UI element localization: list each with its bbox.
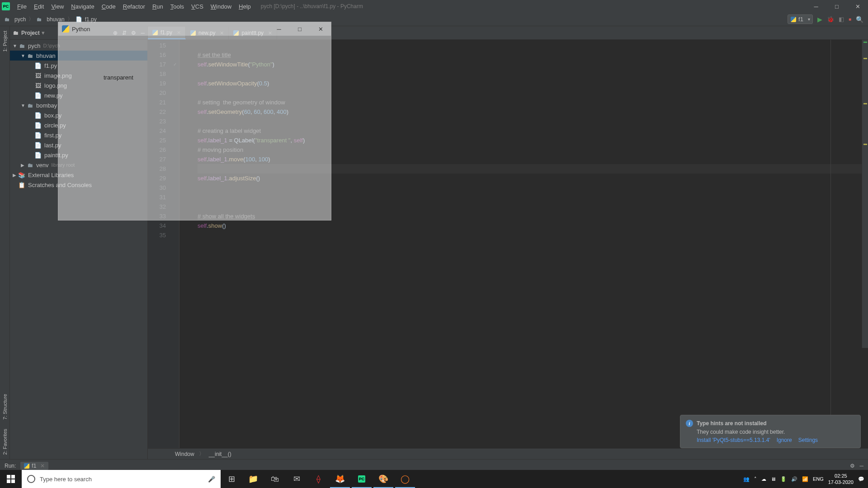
menu-refactor[interactable]: Refactor — [119, 3, 149, 10]
close-tab-icon[interactable]: ✕ — [40, 463, 45, 469]
python-icon — [24, 463, 29, 469]
python-app-window[interactable]: Python ─ □ ✕ transparent — [58, 22, 331, 221]
store-icon[interactable]: 🛍 — [264, 470, 286, 488]
info-icon: i — [686, 420, 693, 427]
search-everywhere-button[interactable]: 🔍 — [856, 16, 863, 23]
run-tab[interactable]: f1 — [32, 463, 36, 469]
windows-taskbar: Type here to search 🎤 ⊞ 📁 🛍 ✉ ⟠ 🦊 PC 🎨 ◯… — [0, 470, 868, 488]
taskbar-search[interactable]: Type here to search 🎤 — [22, 470, 221, 488]
settings-icon[interactable]: ⚙ — [850, 463, 855, 469]
menu-vcs[interactable]: VCS — [188, 3, 207, 10]
error-stripe[interactable] — [862, 40, 868, 348]
menu-tools[interactable]: Tools — [167, 3, 188, 10]
python-window-title: Python — [72, 26, 90, 33]
notification-title: Type hints are not installed — [697, 420, 766, 427]
right-margin-ruler — [830, 40, 831, 448]
maximize-button[interactable]: □ — [826, 0, 847, 13]
predator-icon[interactable]: ⟠ — [307, 470, 329, 488]
onedrive-icon[interactable]: ☁ — [761, 476, 766, 482]
menu-edit[interactable]: Edit — [30, 3, 47, 10]
minimize-button[interactable]: ─ — [806, 0, 826, 13]
menu-code[interactable]: Code — [98, 3, 119, 10]
run-label: Run: — [5, 463, 16, 469]
menu-file[interactable]: File — [14, 3, 30, 10]
wifi-icon[interactable]: 📶 — [802, 476, 808, 482]
structure-tool-button[interactable]: 7: Structure — [2, 389, 8, 424]
left-tool-strip: 1: Project 7: Structure 2: Favorites — [0, 26, 10, 459]
python-icon — [791, 17, 796, 22]
qlabel-transparent: transparent — [104, 74, 133, 81]
ignore-link[interactable]: Ignore — [777, 437, 792, 443]
menu-navigate[interactable]: Navigate — [67, 3, 98, 10]
system-tray: 👥 ˄ ☁ 🖥 🔋 🔊 📶 ENG 02:25 17-03-2020 💬 — [743, 473, 868, 485]
firefox-icon[interactable]: 🦊 — [329, 470, 351, 488]
paint-icon[interactable]: 🎨 — [373, 470, 394, 488]
start-button[interactable] — [0, 470, 22, 488]
main-menu: FileEditViewNavigateCodeRefactorRunTools… — [14, 3, 255, 10]
pycharm-taskbar-icon[interactable]: PC — [351, 470, 373, 488]
notification-message: They could make code insight better. — [697, 429, 855, 435]
favorites-tool-button[interactable]: 2: Favorites — [2, 424, 8, 459]
close-button[interactable]: ✕ — [847, 0, 868, 13]
mail-icon[interactable]: ✉ — [286, 470, 307, 488]
hide-icon[interactable]: ─ — [859, 463, 863, 469]
menu-window[interactable]: Window — [207, 3, 235, 10]
settings-link[interactable]: Settings — [798, 437, 818, 443]
py-close-button[interactable]: ✕ — [310, 22, 331, 36]
volume-icon[interactable]: 🔊 — [791, 476, 797, 482]
pycharm-icon: PC — [2, 2, 10, 10]
py-maximize-button[interactable]: □ — [289, 22, 310, 36]
notifications-icon[interactable]: 💬 — [858, 476, 864, 482]
folder-icon: 🖿 — [13, 29, 19, 36]
clock[interactable]: 02:25 17-03-2020 — [828, 473, 854, 485]
cortana-icon — [27, 475, 35, 483]
run-configuration-selector[interactable]: f1 — [788, 14, 813, 24]
people-icon[interactable]: 👥 — [743, 476, 750, 482]
file-explorer-icon[interactable]: 📁 — [242, 470, 264, 488]
window-title: pych [D:\pych] - ..\bhuvan\f1.py - PyCha… — [261, 3, 363, 9]
py-minimize-button[interactable]: ─ — [269, 22, 289, 36]
menu-view[interactable]: View — [47, 3, 67, 10]
battery-icon[interactable]: 🔋 — [780, 476, 787, 482]
debug-button[interactable]: 🐞 — [827, 16, 834, 23]
tray-overflow-icon[interactable]: ˄ — [754, 476, 757, 482]
editor-breadcrumb[interactable]: Window 〉 __init__() — [148, 448, 868, 459]
python-logo-icon — [62, 25, 69, 33]
run-button[interactable]: ▶ — [817, 16, 822, 23]
task-view-button[interactable]: ⊞ — [221, 470, 242, 488]
jupyter-icon[interactable]: ◯ — [394, 470, 416, 488]
window-controls: ─ □ ✕ — [806, 0, 868, 13]
folder-icon: 🖿 — [37, 16, 42, 23]
project-header: Project — [21, 30, 40, 36]
menu-help[interactable]: Help — [235, 3, 255, 10]
mic-icon[interactable]: 🎤 — [208, 476, 215, 483]
notification-balloon: i Type hints are not installed They coul… — [680, 415, 861, 448]
devices-icon[interactable]: 🖥 — [771, 476, 776, 482]
install-link[interactable]: Install 'PyQt5-stubs==5.13.1.4' — [697, 437, 770, 443]
stop-button[interactable]: ■ — [849, 17, 851, 22]
title-bar: PC FileEditViewNavigateCodeRefactorRunTo… — [0, 0, 868, 13]
coverage-button[interactable]: ◧ — [839, 16, 844, 23]
language-indicator[interactable]: ENG — [813, 476, 824, 482]
menu-run[interactable]: Run — [149, 3, 167, 10]
project-tool-button[interactable]: 1: Project — [2, 26, 8, 56]
folder-icon: 🖿 — [5, 16, 10, 23]
